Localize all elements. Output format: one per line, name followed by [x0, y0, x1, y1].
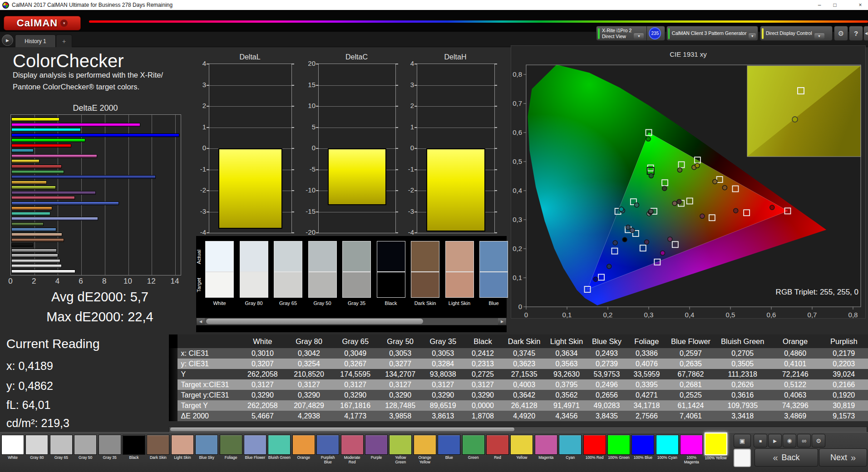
- axis-tick-label: 0,6: [767, 311, 776, 318]
- deltaC-bar: [328, 148, 386, 205]
- patch-button[interactable]: 100% Green: [607, 435, 630, 465]
- maximize-button[interactable]: □: [827, 0, 843, 10]
- patch-button[interactable]: Yellow: [510, 435, 533, 465]
- patch-button[interactable]: 100% Yellow: [705, 433, 727, 466]
- axis-tick: [414, 190, 417, 191]
- axis-tick: [395, 127, 398, 128]
- grid-line: [319, 212, 395, 212]
- deltae-bar: [11, 165, 62, 168]
- patch-button[interactable]: 100% Cyan: [656, 435, 679, 465]
- patch-label: Bluish Green: [268, 456, 291, 465]
- play-button[interactable]: ▶: [768, 434, 782, 447]
- axis-tick-label: 10: [300, 102, 316, 109]
- scroll-left-icon[interactable]: ◀: [197, 318, 205, 325]
- patch-button[interactable]: Dark Skin: [147, 435, 169, 465]
- minimize-button[interactable]: –: [812, 0, 827, 10]
- camera-button[interactable]: ◉: [783, 434, 796, 447]
- patch-button[interactable]: Black: [123, 435, 145, 465]
- column-header: White: [240, 334, 285, 348]
- calman-menu-button[interactable]: CalMAN ▼: [4, 16, 81, 30]
- patch-button[interactable]: Purple: [365, 435, 388, 465]
- deltae-bar: [11, 144, 71, 148]
- grid-line: [417, 106, 494, 107]
- target-swatch: [411, 272, 439, 298]
- patch-button[interactable]: Green: [462, 435, 485, 465]
- deltae-bar: [11, 249, 57, 252]
- actual-swatch: [342, 241, 371, 272]
- patch-button[interactable]: Magenta: [535, 435, 557, 465]
- deltae-bar: [11, 159, 39, 163]
- patch-button[interactable]: Gray 50: [74, 435, 97, 465]
- column-header: Gray 65: [333, 334, 378, 348]
- patch-button[interactable]: White: [1, 435, 24, 465]
- patch-button[interactable]: Gray 80: [25, 435, 48, 465]
- pattern-generator-box[interactable]: CalMAN Client 3 Pattern Generator ▼: [666, 26, 758, 41]
- patch-button[interactable]: Orange: [292, 435, 315, 465]
- display-control-box[interactable]: Direct Display Control ▼: [760, 26, 833, 41]
- axis-tick-label: 0,8: [848, 311, 858, 318]
- measurement-marker: [645, 240, 649, 244]
- close-button[interactable]: ×: [853, 0, 868, 10]
- patch-button[interactable]: Bluish Green: [268, 435, 291, 465]
- patch-button[interactable]: Blue Sky: [195, 435, 218, 465]
- table-cell: 89,6519: [423, 400, 464, 411]
- patch-button[interactable]: Red: [486, 435, 509, 465]
- back-button[interactable]: « Back: [755, 448, 818, 467]
- pattern-display-button[interactable]: ▣: [734, 434, 751, 447]
- patch-button[interactable]: Foliage: [220, 435, 242, 465]
- patch-button[interactable]: Light Skin: [171, 435, 194, 465]
- meter-device-box[interactable]: X-Rite i1Pro 2Direct View ▼ 235: [596, 26, 665, 41]
- patch-button[interactable]: 100% Magenta: [680, 435, 703, 465]
- continuous-measure-button[interactable]: ∞: [797, 434, 811, 447]
- stop-button[interactable]: ■: [754, 434, 767, 447]
- axis-tick-label: 4: [399, 59, 414, 67]
- patch-label: Cyan: [559, 456, 582, 465]
- patch-color-swatch: [316, 435, 339, 455]
- chevron-down-icon[interactable]: ▼: [749, 33, 756, 39]
- tab-history-1[interactable]: History 1: [15, 34, 56, 47]
- column-header: Dark Skin: [503, 334, 546, 348]
- axis-tick-label: 0: [191, 144, 206, 152]
- patch-button[interactable]: Yellow Green: [389, 435, 412, 465]
- patch-button[interactable]: Blue Flower: [244, 435, 266, 465]
- table-cell: 262,2058: [240, 369, 285, 379]
- actual-swatch: [377, 241, 405, 272]
- axis-tick-label: 12: [143, 277, 159, 286]
- swatch-strip-scrollbar[interactable]: ◀ ▶: [196, 318, 507, 325]
- pattern-window-button[interactable]: [734, 449, 751, 467]
- measurement-marker: [646, 137, 651, 141]
- next-button[interactable]: Next »: [819, 448, 867, 467]
- meter-count-badge[interactable]: 235: [649, 27, 661, 39]
- help-button[interactable]: ?: [849, 26, 863, 41]
- tab-scroll-button[interactable]: ▶: [2, 34, 13, 46]
- axis-tick: [395, 106, 398, 107]
- patch-button[interactable]: Moderate Red: [341, 435, 364, 465]
- patch-button[interactable]: Blue: [438, 435, 460, 465]
- grid-line: [319, 85, 395, 86]
- swatch-name: Black: [373, 300, 409, 306]
- axis-tick: [207, 106, 209, 107]
- scrollbar-thumb[interactable]: [170, 428, 514, 431]
- panel-collapse-button[interactable]: ◀: [863, 26, 868, 41]
- patch-button[interactable]: Orange Yellow: [414, 435, 436, 465]
- add-tab-button[interactable]: +: [56, 34, 72, 47]
- measurement-marker: [630, 228, 635, 232]
- patch-button[interactable]: Gray 65: [50, 435, 73, 465]
- patch-button[interactable]: 100% Blue: [631, 435, 654, 465]
- scrollbar-thumb[interactable]: [206, 319, 423, 324]
- table-row: ΔE 20005,46674,29384,17733,98583,86131,8…: [169, 411, 868, 421]
- patch-button[interactable]: Cyan: [559, 435, 582, 465]
- deltae-bar-chart: [10, 114, 181, 275]
- chevron-down-icon[interactable]: ▼: [634, 33, 644, 39]
- scroll-right-icon[interactable]: ▶: [498, 318, 506, 325]
- axis-tick: [316, 190, 319, 191]
- chevron-down-icon[interactable]: ▼: [814, 33, 824, 39]
- measurement-marker: [622, 237, 627, 242]
- toolbar-settings-button[interactable]: ⚙: [812, 434, 825, 447]
- deltae-bar: [11, 212, 50, 216]
- patch-button[interactable]: Purplish Blue: [316, 435, 339, 465]
- patch-button[interactable]: Gray 35: [99, 435, 121, 465]
- settings-button[interactable]: ⚙: [834, 26, 848, 41]
- patch-button[interactable]: 100% Red: [583, 435, 606, 465]
- table-cell: 134,2707: [378, 369, 423, 379]
